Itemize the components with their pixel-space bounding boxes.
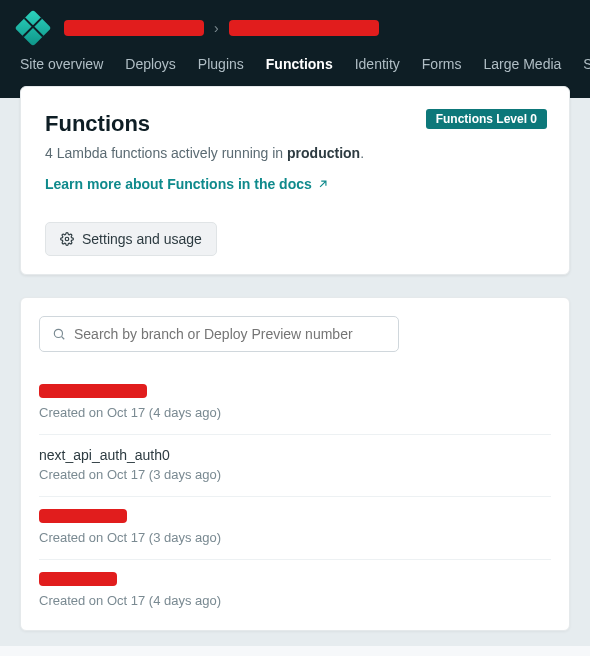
function-name-redacted [39,509,127,523]
tab-functions[interactable]: Functions [266,56,333,72]
external-link-icon [316,177,330,191]
tab-forms[interactable]: Forms [422,56,462,72]
function-name-redacted [39,572,117,586]
summary-suffix: . [360,145,364,161]
breadcrumb-team-redacted[interactable] [64,20,204,36]
function-row[interactable]: next_api_auth_auth0Created on Oct 17 (3 … [39,434,551,496]
function-meta: Created on Oct 17 (3 days ago) [39,530,551,545]
function-row[interactable]: Created on Oct 17 (4 days ago) [39,559,551,622]
site-nav-tabs: Site overview Deploys Plugins Functions … [0,56,590,86]
function-meta: Created on Oct 17 (4 days ago) [39,593,551,608]
tab-large-media[interactable]: Large Media [483,56,561,72]
tab-deploys[interactable]: Deploys [125,56,176,72]
search-input[interactable] [74,326,386,342]
learn-more-link[interactable]: Learn more about Functions in the docs [45,176,330,192]
search-input-wrapper[interactable] [39,316,399,352]
function-name [39,509,551,526]
netlify-logo-icon[interactable] [15,10,52,47]
functions-list: Created on Oct 17 (4 days ago)next_api_a… [39,372,551,622]
svg-point-1 [54,329,62,337]
page-body: Functions Level 0 Functions 4 Lambda fun… [0,86,590,646]
gear-icon [60,232,74,246]
learn-more-label: Learn more about Functions in the docs [45,176,312,192]
function-row[interactable]: Created on Oct 17 (4 days ago) [39,372,551,434]
functions-summary: 4 Lambda functions actively running in p… [45,145,545,161]
breadcrumb-site-redacted[interactable] [229,20,379,36]
function-meta: Created on Oct 17 (4 days ago) [39,405,551,420]
function-name [39,572,551,589]
summary-prefix: 4 Lambda functions actively running in [45,145,287,161]
functions-list-card: Created on Oct 17 (4 days ago)next_api_a… [20,297,570,631]
tab-identity[interactable]: Identity [355,56,400,72]
functions-hero-card: Functions Level 0 Functions 4 Lambda fun… [20,86,570,275]
tab-split-testing[interactable]: Split Tes [583,56,590,72]
function-name: next_api_auth_auth0 [39,447,551,463]
top-bar: › [0,0,590,56]
settings-button-label: Settings and usage [82,231,202,247]
search-icon [52,327,66,341]
function-row[interactable]: Created on Oct 17 (3 days ago) [39,496,551,559]
function-name [39,384,551,401]
functions-level-badge: Functions Level 0 [426,109,547,129]
settings-and-usage-button[interactable]: Settings and usage [45,222,217,256]
function-meta: Created on Oct 17 (3 days ago) [39,467,551,482]
svg-point-0 [65,237,69,241]
tab-site-overview[interactable]: Site overview [20,56,103,72]
tab-plugins[interactable]: Plugins [198,56,244,72]
summary-env: production [287,145,360,161]
function-name-redacted [39,384,147,398]
breadcrumb-separator: › [214,20,219,36]
